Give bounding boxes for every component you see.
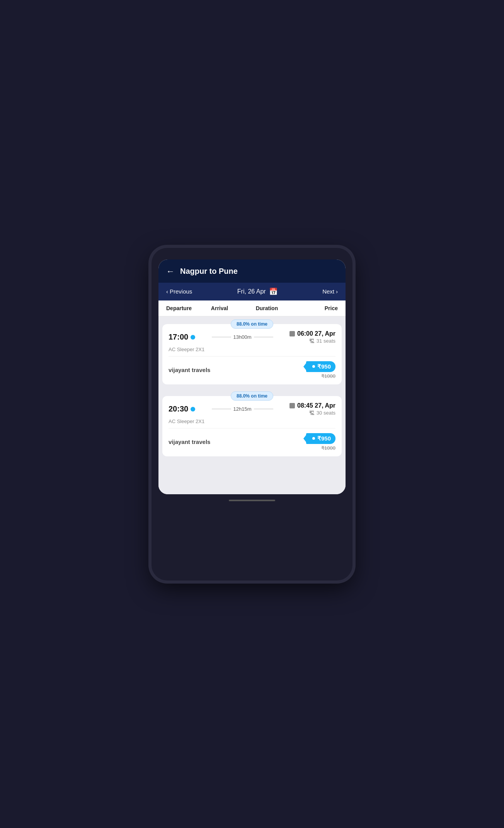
- calendar-icon[interactable]: 📅: [269, 287, 278, 296]
- departure-header: Departure: [166, 305, 211, 311]
- arrival-block-1: 06:00 27, Apr 🏗 31 seats: [289, 330, 335, 344]
- price-block-2: ₹950 ₹1000: [306, 433, 335, 451]
- arrival-time-text-2: 08:45 27, Apr: [297, 402, 335, 409]
- duration-row-2: 12h15m: [195, 406, 289, 412]
- arrival-time-2: 08:45 27, Apr: [289, 402, 335, 409]
- home-indicator: [229, 500, 275, 501]
- card-bottom-1: vijayant travels ₹950 ₹1000: [169, 361, 335, 379]
- price-header: Price: [300, 305, 338, 311]
- price-dot-1: [312, 365, 315, 368]
- duration-text-2: 12h15m: [231, 406, 254, 412]
- blue-dot-2: [191, 407, 195, 411]
- previous-date-button[interactable]: ‹ Previous: [166, 288, 192, 295]
- seats-row-2: 🏗 30 seats: [309, 410, 335, 416]
- duration-line-left-2: [212, 409, 231, 410]
- arrival-block-2: 08:45 27, Apr 🏗 30 seats: [289, 402, 335, 416]
- card-bottom-2: vijayant travels ₹950 ₹1000: [169, 433, 335, 451]
- duration-row-1: 13h00m: [195, 334, 289, 340]
- price-dot-2: [312, 437, 315, 440]
- departure-time-1: 17:00: [169, 333, 195, 341]
- card-top-2: 20:30 12h15m 08:45 27, Apr: [169, 402, 335, 416]
- on-time-badge-2: 88.0% on time: [162, 391, 342, 401]
- on-time-text-2: 88.0% on time: [231, 391, 273, 401]
- original-price-1: ₹1000: [321, 373, 335, 379]
- on-time-text-1: 88.0% on time: [231, 319, 273, 329]
- price-block-1: ₹950 ₹1000: [306, 361, 335, 379]
- bus-card-group-2: 88.0% on time 20:30 12h15m: [162, 391, 342, 456]
- bus-card-group-1: 88.0% on time 17:00 13h00m: [162, 319, 342, 384]
- card-divider-1: [169, 356, 335, 357]
- date-navigation: ‹ Previous Fri, 26 Apr 📅 Next ›: [158, 283, 346, 300]
- gray-square-1: [289, 331, 295, 336]
- arrival-time-1: 06:00 27, Apr: [289, 330, 335, 337]
- discounted-price-2: ₹950: [317, 435, 331, 442]
- seats-row-1: 🏗 31 seats: [309, 338, 335, 344]
- bus-list: 88.0% on time 17:00 13h00m: [158, 316, 346, 494]
- column-headers: Departure Arrival Duration Price: [158, 300, 346, 316]
- seat-icon-1: 🏗: [309, 338, 315, 344]
- bus-card-1[interactable]: 17:00 13h00m 06:00 27, Apr: [162, 324, 342, 384]
- seats-text-1: 31 seats: [317, 338, 335, 344]
- price-tag-2: ₹950: [306, 433, 335, 444]
- original-price-2: ₹1000: [321, 445, 335, 451]
- price-tag-1: ₹950: [306, 361, 335, 372]
- duration-line-right-1: [254, 337, 273, 338]
- bus-card-2[interactable]: 20:30 12h15m 08:45 27, Apr: [162, 396, 342, 456]
- duration-line-left-1: [212, 337, 231, 338]
- gray-square-2: [289, 403, 295, 408]
- bus-type-1: AC Sleeper 2X1: [169, 347, 335, 352]
- screen: ← Nagpur to Pune ‹ Previous Fri, 26 Apr …: [158, 259, 346, 494]
- chevron-right-icon: ›: [336, 288, 338, 295]
- date-text: Fri, 26 Apr: [237, 288, 266, 295]
- duration-line-right-2: [254, 409, 273, 410]
- duration-text-1: 13h00m: [231, 334, 254, 340]
- header: ← Nagpur to Pune: [158, 259, 346, 283]
- previous-label: Previous: [170, 288, 192, 295]
- departure-time-text-1: 17:00: [169, 333, 188, 341]
- departure-time-2: 20:30: [169, 405, 195, 413]
- on-time-badge-1: 88.0% on time: [162, 319, 342, 329]
- back-button[interactable]: ←: [166, 266, 175, 277]
- operator-name-1: vijayant travels: [169, 367, 210, 373]
- operator-name-2: vijayant travels: [169, 439, 210, 445]
- next-date-button[interactable]: Next ›: [322, 288, 338, 295]
- page-title: Nagpur to Pune: [180, 267, 238, 276]
- bus-type-2: AC Sleeper 2X1: [169, 418, 335, 424]
- duration-header: Duration: [256, 305, 301, 311]
- departure-time-text-2: 20:30: [169, 405, 188, 413]
- chevron-left-icon: ‹: [166, 288, 168, 295]
- seat-icon-2: 🏗: [309, 410, 315, 416]
- card-top-1: 17:00 13h00m 06:00 27, Apr: [169, 330, 335, 344]
- current-date: Fri, 26 Apr 📅: [237, 287, 278, 296]
- discounted-price-1: ₹950: [317, 363, 331, 370]
- next-label: Next: [322, 288, 334, 295]
- blue-dot-1: [191, 335, 195, 340]
- card-divider-2: [169, 428, 335, 429]
- arrival-time-text-1: 06:00 27, Apr: [297, 330, 335, 337]
- seats-text-2: 30 seats: [317, 410, 335, 416]
- arrival-header: Arrival: [211, 305, 256, 311]
- device-frame: ← Nagpur to Pune ‹ Previous Fri, 26 Apr …: [152, 248, 352, 580]
